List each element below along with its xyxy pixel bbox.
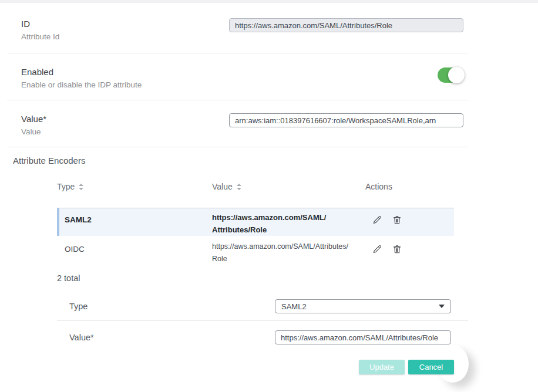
column-header-type[interactable]: Type <box>57 182 212 191</box>
table-row-oidc[interactable]: OIDC https://aws.amazon.com/SAML/Attribu… <box>57 236 454 265</box>
edit-value-label: Value* <box>69 332 275 343</box>
edit-value-input[interactable] <box>275 330 451 344</box>
encoder-value-line: Role <box>212 253 365 265</box>
column-header-value-label: Value <box>212 182 233 191</box>
edit-form-type-row: Type SAML2 <box>0 299 468 313</box>
attribute-form-card: ID Attribute Id Enabled Enable or disabl… <box>0 3 468 374</box>
delete-trash-icon[interactable] <box>392 244 402 255</box>
field-row-enabled: Enabled Enable or disable the IDP attrib… <box>0 53 468 100</box>
id-label: ID <box>21 18 229 30</box>
column-header-value[interactable]: Value <box>212 182 365 191</box>
edit-pencil-icon[interactable] <box>372 244 382 255</box>
value-label: Value* <box>21 113 229 125</box>
field-row-id: ID Attribute Id <box>0 3 468 53</box>
type-select-value: SAML2 <box>281 302 307 311</box>
edit-pencil-icon[interactable] <box>372 215 382 225</box>
type-select[interactable]: SAML2 <box>275 299 451 313</box>
toggle-knob <box>448 67 465 83</box>
delete-trash-icon[interactable] <box>392 215 402 225</box>
encoder-value: https://aws.amazon.com/SAML/Attributes/ … <box>212 241 365 265</box>
field-row-value: Value* Value <box>0 100 468 147</box>
edit-form-buttons: Update Cancel <box>0 360 468 374</box>
column-header-type-label: Type <box>57 182 75 191</box>
encoders-table-body: SAML2 https://aws.amazon.com/SAML/ Attri… <box>57 208 454 265</box>
enabled-toggle[interactable] <box>438 67 463 83</box>
encoders-table-header: Type Value Actions <box>0 182 468 208</box>
row-actions <box>365 241 454 255</box>
value-input[interactable] <box>229 113 463 127</box>
encoder-type: OIDC <box>57 241 212 254</box>
row-count-label: 2 total <box>57 273 468 283</box>
encoder-value-line: https://aws.amazon.com/SAML/ <box>212 211 365 224</box>
update-button[interactable]: Update <box>359 360 405 374</box>
column-header-actions-label: Actions <box>365 182 392 191</box>
encoder-type: SAML2 <box>59 211 212 224</box>
edit-form-value-row: Value* <box>0 321 468 344</box>
sort-icon <box>237 184 241 190</box>
encoder-value: https://aws.amazon.com/SAML/ Attributes/… <box>212 211 365 236</box>
encoder-value-line: Attributes/Role <box>212 224 365 236</box>
id-labels: ID Attribute Id <box>21 18 229 42</box>
row-actions <box>365 211 454 225</box>
enabled-labels: Enabled Enable or disable the IDP attrib… <box>21 66 438 90</box>
cancel-button[interactable]: Cancel <box>408 360 454 374</box>
edit-type-label: Type <box>69 300 275 312</box>
enabled-label: Enabled <box>21 66 438 78</box>
column-header-actions: Actions <box>365 182 468 191</box>
encoders-table: Type Value Actions SAML2 https://aws.ama… <box>0 182 468 283</box>
chevron-down-icon <box>439 305 445 308</box>
encoder-value-line: https://aws.amazon.com/SAML/Attributes/ <box>212 241 365 253</box>
table-row-saml2[interactable]: SAML2 https://aws.amazon.com/SAML/ Attri… <box>57 208 454 236</box>
id-input <box>229 18 463 32</box>
value-labels: Value* Value <box>21 113 229 137</box>
sort-icon <box>79 184 83 190</box>
value-description: Value <box>21 127 229 137</box>
idp-attribute-page: ID Attribute Id Enabled Enable or disabl… <box>0 0 538 392</box>
enabled-description: Enable or disable the IDP attribute <box>21 80 438 90</box>
id-description: Attribute Id <box>21 32 229 42</box>
attribute-encoders-title: Attribute Encoders <box>0 147 468 167</box>
